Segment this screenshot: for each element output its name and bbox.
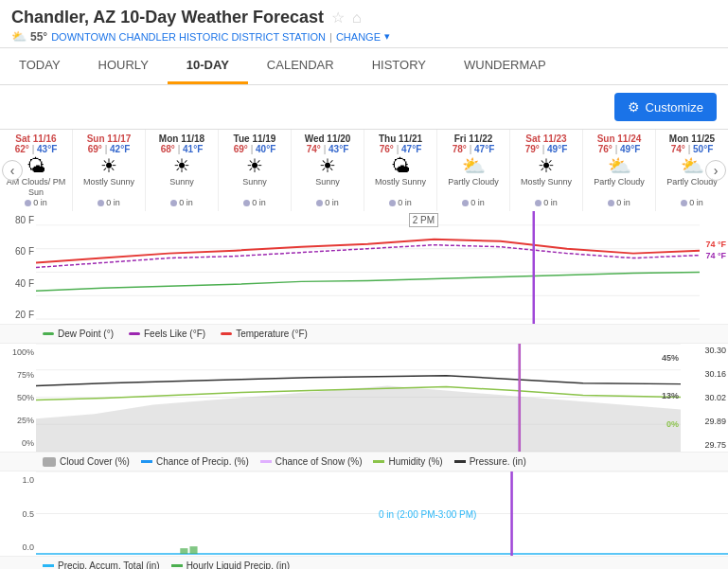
precip-dot-6: [462, 200, 469, 206]
precip-chance-label: Chance of Precip. (%): [156, 456, 249, 467]
tab-10day[interactable]: 10-DAY: [168, 48, 248, 84]
divider: |: [329, 31, 332, 43]
day-col-1[interactable]: Sun 11/17 69° | 42°F ☀ Mostly Sunny 0 in: [73, 130, 146, 211]
day-col-5[interactable]: Thu 11/21 76° | 47°F 🌤 Mostly Sunny 0 in: [364, 130, 437, 211]
temp-chart-wrapper: 80 F 60 F 40 F 20 F 74 °F 74 °F 2 PM: [0, 211, 728, 344]
temp-right-feels: 74 °F: [705, 251, 726, 260]
station-link[interactable]: DOWNTOWN CHANDLER HISTORIC DISTRICT STAT…: [51, 31, 326, 43]
day-desc-3: Sunny: [221, 177, 289, 198]
temp-y-40: 40 F: [2, 278, 34, 289]
snow-label: Chance of Snow (%): [275, 456, 363, 467]
precip-chance-dot: [141, 460, 152, 463]
precip-dot-9: [681, 200, 687, 206]
humidity-label: Humidity (%): [388, 456, 442, 467]
day-temps-3: 69° | 40°F: [221, 144, 289, 154]
day-precip-5: 0 in: [366, 198, 435, 207]
day-col-4[interactable]: Wed 11/20 74° | 43°F ☀ Sunny 0 in: [292, 130, 364, 211]
change-link[interactable]: CHANGE: [336, 31, 381, 43]
hum-y-75: 75%: [2, 370, 34, 380]
hum-0pct: 0%: [666, 419, 679, 429]
day-icon-6: ⛅: [439, 154, 507, 177]
day-temps-4: 74° | 43°F: [293, 144, 362, 154]
precip-y-0: 0.0: [2, 542, 34, 552]
day-precip-4: 0 in: [293, 198, 362, 207]
day-precip-8: 0 in: [585, 198, 653, 207]
precip-dot-5: [389, 200, 396, 206]
day-col-3[interactable]: Tue 11/19 69° | 40°F ☀ Sunny 0 in: [219, 130, 292, 211]
customize-label: Customize: [646, 100, 703, 115]
day-desc-5: Mostly Sunny: [366, 177, 435, 198]
precip-total-label: Precip. Accum. Total (in): [58, 560, 160, 569]
legend-temp: Temperature (°F): [221, 329, 308, 339]
hum-y-25: 25%: [2, 416, 34, 425]
tab-calendar[interactable]: CALENDAR: [248, 48, 353, 84]
day-icon-5: 🌤: [366, 154, 435, 177]
precip-legend: Precip. Accum. Total (in) Hourly Liquid …: [0, 557, 728, 569]
precip-chart: 1.0 0.5 0.0 0 in (2:00 PM-3:00 PM): [0, 471, 728, 557]
day-precip-9: 0 in: [658, 198, 726, 207]
tab-hourly[interactable]: HOURLY: [80, 48, 168, 84]
p-30-02: 30.02: [704, 393, 726, 402]
svg-rect-18: [189, 546, 197, 554]
customize-button[interactable]: ⚙ Customize: [614, 93, 717, 121]
day-desc-4: Sunny: [293, 177, 362, 198]
forecast-container: ‹ Sat 11/16 62° | 43°F 🌤 AM Clouds/ PM S…: [0, 129, 728, 211]
day-header-6: Fri 11/22: [439, 133, 507, 144]
legend-dew: Dew Point (°): [43, 329, 114, 339]
day-precip-3: 0 in: [221, 198, 289, 207]
day-icon-4: ☀: [293, 154, 362, 177]
cloud-label: Cloud Cover (%): [60, 456, 130, 467]
cloud-swatch: [43, 457, 56, 467]
day-col-8[interactable]: Sun 11/24 76° | 49°F ⛅ Partly Cloudy 0 i…: [583, 130, 656, 211]
p-29-75: 29.75: [704, 440, 726, 450]
day-icon-1: ☀: [75, 154, 143, 177]
dew-dot: [43, 332, 54, 335]
day-col-2[interactable]: Mon 11/18 68° | 41°F ☀ Sunny 0 in: [146, 130, 219, 211]
day-icon-3: ☀: [221, 154, 289, 177]
day-desc-8: Partly Cloudy: [585, 177, 653, 198]
tab-wundermap[interactable]: WUNDERMAP: [445, 48, 565, 84]
day-icon-7: ☀: [512, 154, 580, 177]
day-col-7[interactable]: Sat 11/23 79° | 49°F ☀ Mostly Sunny 0 in: [510, 130, 583, 211]
hum-y-axis: 100% 75% 50% 25% 0%: [0, 344, 36, 452]
temp-label: Temperature (°F): [236, 329, 308, 339]
star-icon[interactable]: ☆: [331, 9, 345, 27]
precip-chart-wrapper: 1.0 0.5 0.0 0 in (2:00 PM-3:00 PM) Preci…: [0, 471, 728, 569]
chevron-down-icon: ▾: [384, 30, 390, 43]
precip-dot-4: [316, 200, 323, 206]
svg-rect-17: [180, 548, 187, 554]
day-desc-7: Mostly Sunny: [512, 177, 580, 198]
legend-precip-chance: Chance of Precip. (%): [141, 456, 249, 467]
p-29-89: 29.89: [704, 417, 726, 426]
tab-history[interactable]: HISTORY: [353, 48, 445, 84]
precip-y-axis: 1.0 0.5 0.0: [0, 471, 36, 556]
hum-chart-svg: [36, 344, 681, 452]
day-header-7: Sat 11/23: [512, 133, 580, 144]
legend-pressure: Pressure. (in): [454, 456, 526, 467]
pressure-label: Pressure. (in): [470, 456, 526, 467]
legend-cloud: Cloud Cover (%): [43, 456, 130, 467]
precip-dot-8: [608, 200, 614, 206]
day-header-0: Sat 11/16: [2, 133, 70, 144]
day-precip-6: 0 in: [439, 198, 507, 207]
day-temps-7: 79° | 49°F: [512, 144, 580, 154]
temp-chart-svg: [36, 211, 700, 324]
day-header-2: Mon 11/18: [148, 133, 216, 144]
current-temp: 55°: [30, 30, 47, 44]
precip-dot-7: [535, 200, 542, 206]
precip-y-1: 1.0: [2, 475, 34, 485]
temp-y-20: 20 F: [2, 310, 34, 320]
nav-tabs: TODAY HOURLY 10-DAY CALENDAR HISTORY WUN…: [0, 48, 728, 85]
tab-today[interactable]: TODAY: [0, 48, 80, 84]
prev-arrow[interactable]: ‹: [2, 160, 23, 181]
day-temps-9: 74° | 50°F: [658, 144, 726, 154]
hum-y-0: 0%: [2, 438, 34, 448]
next-arrow[interactable]: ›: [705, 160, 726, 181]
day-col-6[interactable]: Fri 11/22 78° | 47°F ⛅ Partly Cloudy 0 i…: [437, 130, 510, 211]
day-temps-8: 76° | 49°F: [585, 144, 653, 154]
snow-dot: [260, 460, 272, 463]
precip-dot-0: [25, 200, 31, 206]
home-icon[interactable]: ⌂: [352, 9, 362, 27]
temp-y-60: 60 F: [2, 246, 34, 257]
precip-dot-1: [98, 200, 104, 206]
